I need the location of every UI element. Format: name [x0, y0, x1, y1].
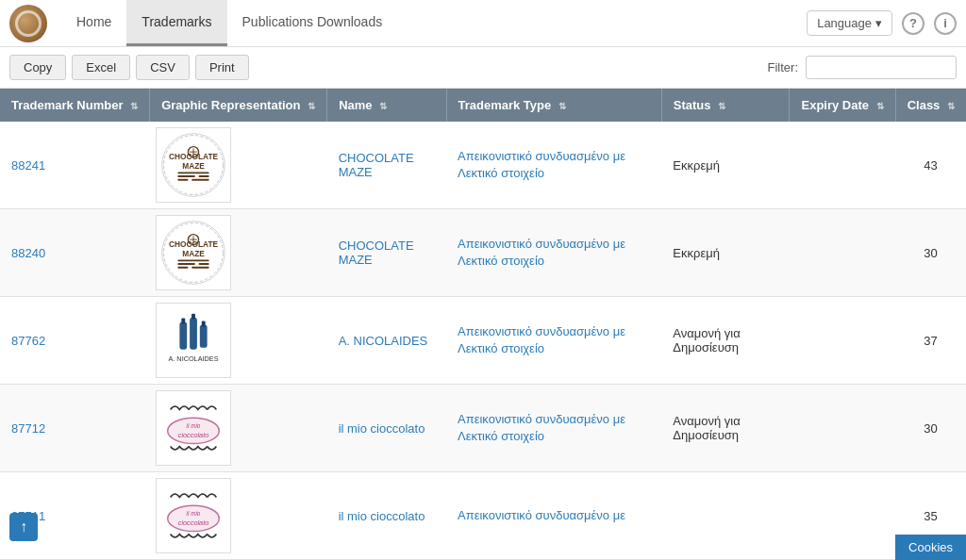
logo-inner [15, 10, 42, 37]
cell-name: il mio cioccolato [327, 385, 446, 472]
cell-status: Αναμονή για Δημοσίευση [661, 297, 790, 385]
svg-text:il mio: il mio [186, 422, 200, 429]
cell-graphic: A. NICOLAIDES [150, 297, 327, 385]
trademark-name-link[interactable]: A. NICOLAIDES [339, 334, 428, 348]
trademark-type-text: Απεικονιστικό συνδυασμένο με [458, 508, 625, 522]
class-text: 30 [924, 246, 937, 260]
cell-expiry [790, 385, 895, 472]
language-dropdown-icon: ▾ [875, 16, 882, 30]
graphic-image: il mio cioccolato [156, 478, 231, 553]
trademark-number-link[interactable]: 88241 [11, 158, 45, 173]
col-expiry-date[interactable]: Expiry Date ⇅ [790, 89, 895, 122]
copy-button[interactable]: Copy [9, 55, 66, 80]
sort-icon-name: ⇅ [379, 101, 387, 111]
cell-type: Απεικονιστικό συνδυασμένο με Λεκτικό στο… [446, 385, 661, 472]
sort-icon-class: ⇅ [947, 101, 955, 111]
svg-rect-17 [177, 263, 195, 265]
svg-rect-5 [177, 175, 195, 177]
graphic-image: A. NICOLAIDES [156, 303, 231, 378]
csv-button[interactable]: CSV [136, 55, 190, 80]
cell-name: A. NICOLAIDES [327, 297, 446, 385]
trademark-type-text: Απεικονιστικό συνδυασμένο με Λεκτικό στο… [458, 324, 625, 355]
cell-number: 87762 [0, 297, 150, 385]
svg-rect-4 [177, 172, 208, 173]
trademark-number-link[interactable]: 87762 [11, 334, 45, 348]
trademark-name-link[interactable]: CHOCOLATE MAZE [339, 239, 414, 267]
cell-number: 87712 [0, 385, 150, 472]
svg-rect-30 [201, 321, 205, 327]
info-icon[interactable]: i [934, 12, 957, 35]
table-container: Trademark Number ⇅ Graphic Representatio… [0, 89, 966, 560]
nav-links: Home Trademarks Publications Downloads [61, 0, 397, 46]
svg-text:MAZE: MAZE [182, 249, 205, 258]
sort-icon-expiry: ⇅ [876, 101, 884, 111]
status-text: Αναμονή για Δημοσίευση [673, 326, 740, 354]
cell-status: Εκκρεμή [661, 209, 790, 297]
table-header-row: Trademark Number ⇅ Graphic Representatio… [0, 89, 966, 122]
class-text: 43 [924, 158, 937, 173]
cookies-button[interactable]: Cookies [895, 535, 966, 560]
svg-rect-8 [192, 179, 209, 181]
cell-graphic: il mio cioccolato [150, 472, 327, 560]
svg-rect-26 [190, 318, 197, 350]
cell-status [661, 472, 790, 560]
trademark-name-link[interactable]: il mio cioccolato [339, 421, 425, 436]
status-text: Εκκρεμή [673, 246, 720, 260]
class-text: 37 [924, 334, 937, 348]
excel-button[interactable]: Excel [72, 55, 130, 80]
svg-rect-29 [192, 314, 195, 320]
trademark-type-text: Απεικονιστικό συνδυασμένο με Λεκτικό στο… [458, 412, 625, 443]
cell-expiry [790, 209, 895, 297]
class-text: 35 [924, 509, 937, 523]
cell-class: 30 [895, 385, 966, 472]
sort-icon-graphic: ⇅ [308, 101, 315, 111]
graphic-image: CHOCOLATE MAZE [156, 127, 231, 203]
cell-class: 37 [895, 297, 966, 385]
svg-text:cioccolato: cioccolato [177, 431, 208, 439]
status-text: Αναμονή για Δημοσίευση [673, 414, 740, 442]
status-text: Εκκρεμή [673, 158, 720, 173]
nav-publications[interactable]: Publications Downloads [227, 0, 398, 46]
scroll-top-button[interactable]: ↑ [9, 513, 38, 541]
svg-text:MAZE: MAZE [182, 161, 205, 171]
col-graphic-representation[interactable]: Graphic Representation ⇅ [150, 89, 327, 122]
trademark-number-link[interactable]: 87712 [11, 421, 45, 436]
logo [9, 5, 47, 42]
cell-expiry [790, 472, 895, 560]
sort-icon-number: ⇅ [130, 101, 138, 111]
nav-trademarks[interactable]: Trademarks [126, 0, 226, 46]
cell-number: 88240 [0, 209, 150, 297]
col-name[interactable]: Name ⇅ [327, 89, 446, 122]
svg-rect-27 [199, 324, 207, 347]
col-status[interactable]: Status ⇅ [661, 89, 790, 122]
cell-graphic: il mio cioccolato [150, 385, 327, 472]
trademarks-table: Trademark Number ⇅ Graphic Representatio… [0, 89, 966, 560]
print-button[interactable]: Print [195, 55, 249, 80]
col-trademark-type[interactable]: Trademark Type ⇅ [446, 89, 661, 122]
table-row: 87762 A. NICOLAIDES A. NICOLAIDES Απεικο… [0, 297, 966, 385]
svg-rect-20 [192, 267, 209, 269]
sort-icon-status: ⇅ [718, 101, 725, 111]
cell-name: CHOCOLATE MAZE [327, 209, 446, 297]
nav-home[interactable]: Home [61, 0, 126, 46]
language-button[interactable]: Language ▾ [807, 10, 892, 36]
svg-text:il mio: il mio [186, 510, 200, 517]
nav-right: Language ▾ ? i [807, 10, 957, 36]
col-class[interactable]: Class ⇅ [895, 89, 966, 122]
trademark-number-link[interactable]: 88240 [11, 246, 45, 260]
help-icon[interactable]: ? [902, 12, 924, 35]
svg-rect-16 [177, 259, 208, 261]
col-trademark-number[interactable]: Trademark Number ⇅ [0, 89, 150, 122]
filter-area: Filter: [768, 56, 958, 79]
cell-graphic: CHOCOLATE MAZE [150, 122, 327, 209]
table-row: 87712 il mio cioccolato il mio cioccolat… [0, 385, 966, 472]
sort-icon-type: ⇅ [558, 101, 566, 111]
table-row: 87711 il mio cioccolato il mio cioccolat… [0, 472, 966, 560]
trademark-name-link[interactable]: il mio cioccolato [339, 509, 425, 523]
trademark-type-text: Απεικονιστικό συνδυασμένο με Λεκτικό στο… [458, 237, 625, 268]
trademark-name-link[interactable]: CHOCOLATE MAZE [339, 151, 414, 179]
graphic-image: CHOCOLATE MAZE [156, 215, 231, 290]
filter-input[interactable] [806, 56, 957, 79]
cell-type: Απεικονιστικό συνδυασμένο με Λεκτικό στο… [446, 209, 661, 297]
svg-rect-6 [198, 175, 208, 177]
